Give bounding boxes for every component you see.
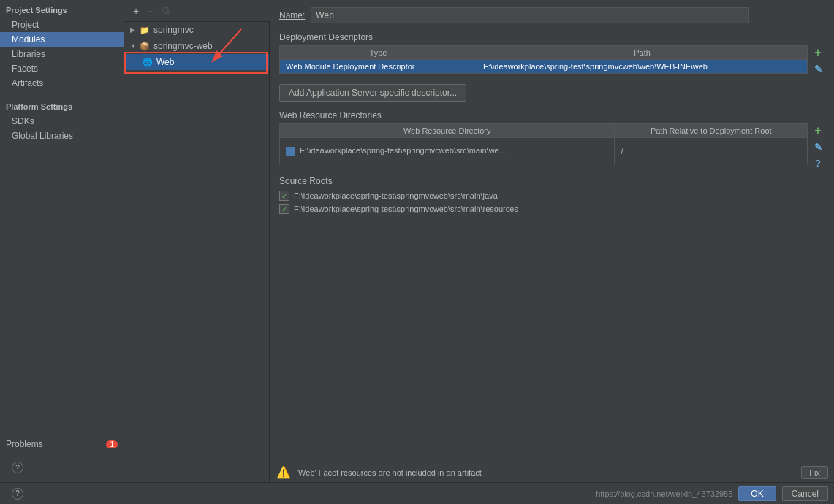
tree-label-springmvc: springmvc: [153, 25, 194, 35]
tree-arrow: ▶: [130, 26, 139, 34]
dd-cell-type: Web Module Deployment Descriptor: [280, 60, 477, 74]
module-icon: 📦: [139, 40, 151, 52]
problems-item[interactable]: Problems 1: [0, 435, 124, 453]
platform-settings-header: Platform Settings: [0, 96, 124, 114]
fix-button[interactable]: Fix: [801, 466, 828, 479]
source-root-resources: ✓ F:\ideaworkplace\spring-test\springmvc…: [279, 202, 825, 215]
dd-col-path: Path: [477, 46, 808, 60]
bottom-bar: ? https://blog.csdn.net/weixin_43732955 …: [0, 482, 834, 504]
warning-icon: ⚠️: [276, 465, 291, 479]
tree-arrow-2: ▼: [130, 42, 139, 50]
tree-toolbar: + − ⧉: [124, 0, 270, 22]
copy-button[interactable]: ⧉: [159, 3, 173, 18]
warning-text: 'Web' Facet resources are not included i…: [297, 468, 795, 477]
wr-col-path: Path Relative to Deployment Root: [615, 124, 808, 138]
checkbox-java[interactable]: ✓: [279, 191, 289, 201]
deployment-descriptors-title: Deployment Descriptors: [279, 32, 825, 42]
name-label: Name:: [279, 10, 305, 20]
sidebar-item-facets[interactable]: Facets: [0, 61, 124, 76]
web-resource-title: Web Resource Directories: [279, 110, 825, 121]
web-icon: 🌐: [142, 56, 153, 68]
url-text: https://blog.csdn.net/weixin_43732955: [596, 489, 732, 498]
wr-cell-path: /: [615, 138, 808, 164]
sidebar-item-modules[interactable]: Modules: [0, 32, 124, 47]
sidebar-item-artifacts[interactable]: Artifacts: [0, 76, 124, 91]
problems-label: Problems: [6, 439, 43, 449]
module-tree: ▶ 📁 springmvc ▼ 📦 springmvc-web 🌐 Web: [124, 22, 270, 482]
tree-label-web: Web: [156, 57, 174, 67]
wr-add-btn[interactable]: +: [811, 123, 825, 138]
source-root-java-label: F:\ideaworkplace\spring-test\springmvcwe…: [294, 191, 498, 200]
add-button[interactable]: +: [130, 4, 142, 18]
tree-label-springmvc-web: springmvc-web: [153, 41, 213, 51]
sidebar-item-libraries[interactable]: Libraries: [0, 47, 124, 61]
content-panel: Name: Deployment Descriptors Type Path: [270, 0, 834, 482]
dd-row[interactable]: Web Module Deployment Descriptor F:\idea…: [280, 60, 808, 74]
sidebar-item-global-libraries[interactable]: Global Libraries: [0, 129, 124, 143]
deployment-descriptors-table: Type Path Web Module Deployment Descript…: [279, 45, 808, 74]
tree-item-springmvc[interactable]: ▶ 📁 springmvc: [124, 22, 269, 38]
source-root-java: ✓ F:\ideaworkplace\spring-test\springmvc…: [279, 189, 825, 202]
source-roots-title: Source Roots: [279, 176, 825, 186]
tree-item-springmvc-web[interactable]: ▼ 📦 springmvc-web: [124, 38, 269, 54]
checkbox-resources[interactable]: ✓: [279, 204, 289, 214]
sidebar-item-sdks[interactable]: SDKs: [0, 114, 124, 129]
dd-edit-btn[interactable]: ✎: [811, 61, 825, 76]
folder-icon: 📁: [139, 24, 151, 36]
bottom-help-icon[interactable]: ?: [12, 488, 23, 500]
wr-cell-dir: F:\ideaworkplace\spring-test\springmvcwe…: [280, 138, 615, 164]
wr-row[interactable]: F:\ideaworkplace\spring-test\springmvcwe…: [280, 138, 808, 164]
sidebar: Project Settings Project Modules Librari…: [0, 0, 124, 482]
add-descriptor-button[interactable]: Add Application Server specific descript…: [279, 84, 466, 102]
warning-bar: ⚠️ 'Web' Facet resources are not include…: [270, 462, 834, 482]
source-root-resources-label: F:\ideaworkplace\spring-test\springmvcwe…: [294, 205, 518, 213]
help-icon[interactable]: ?: [12, 462, 23, 473]
ok-button[interactable]: OK: [738, 486, 776, 501]
cancel-button[interactable]: Cancel: [782, 486, 828, 501]
remove-button[interactable]: −: [145, 4, 156, 18]
tree-item-web[interactable]: 🌐 Web: [124, 54, 269, 70]
wr-col-dir: Web Resource Directory: [280, 124, 615, 138]
problems-badge: 1: [106, 440, 118, 448]
project-settings-header: Project Settings: [0, 0, 124, 18]
dd-cell-path: F:\ideaworkplace\spring-test\springmvcwe…: [477, 60, 808, 74]
name-input[interactable]: [311, 7, 749, 23]
wr-edit-btn[interactable]: ✎: [811, 140, 825, 154]
web-resource-table: Web Resource Directory Path Relative to …: [279, 123, 808, 164]
dd-col-type: Type: [280, 46, 477, 60]
name-row: Name:: [279, 7, 825, 23]
sidebar-item-project[interactable]: Project: [0, 18, 124, 32]
dd-add-btn[interactable]: +: [811, 45, 825, 60]
wr-help-btn[interactable]: ?: [811, 156, 825, 170]
